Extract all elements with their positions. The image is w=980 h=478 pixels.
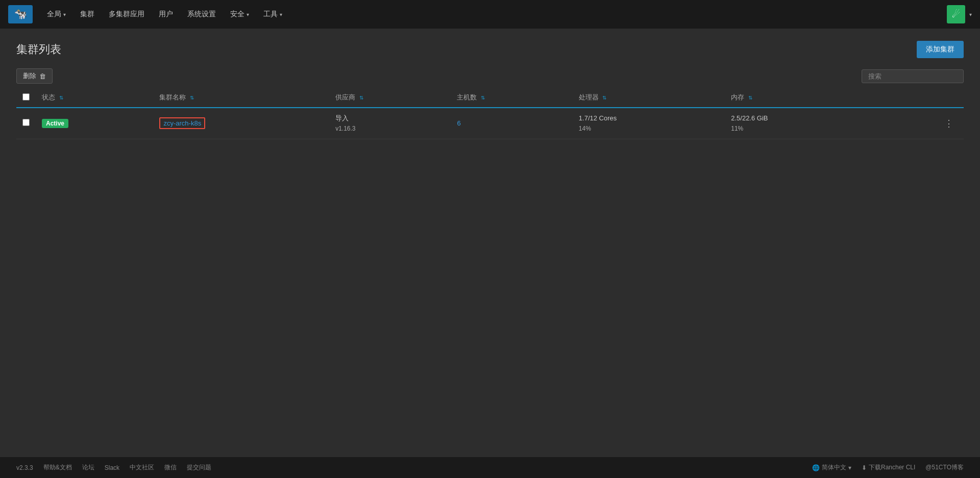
col-status[interactable]: 状态 ⇅ <box>36 88 153 108</box>
sort-icon: ⇅ <box>748 95 752 100</box>
footer-link-wechat[interactable]: 微信 <box>164 463 177 472</box>
host-count[interactable]: 6 <box>457 119 460 127</box>
footer-link-slack[interactable]: Slack <box>105 464 119 471</box>
memory-percent: 11% <box>731 124 868 134</box>
host-count-cell: 6 <box>451 108 572 139</box>
delete-button[interactable]: 删除 🗑 <box>16 68 53 84</box>
avatar-chevron-icon[interactable]: ▾ <box>969 12 972 17</box>
footer-link-help[interactable]: 帮助&文档 <box>43 463 72 472</box>
nav-cluster[interactable]: 集群 <box>74 6 101 23</box>
navbar-menu: 全局 ▾ 集群 多集群应用 用户 系统设置 安全 ▾ 工具 ▾ <box>41 6 947 23</box>
cluster-name-link[interactable]: zcy-arch-k8s <box>163 119 201 127</box>
footer-link-forum[interactable]: 论坛 <box>82 463 94 472</box>
nav-tools[interactable]: 工具 ▾ <box>257 6 288 23</box>
provider-version: v1.16.3 <box>335 124 445 134</box>
col-hosts[interactable]: 主机数 ⇅ <box>451 88 572 108</box>
svg-text:🐄: 🐄 <box>14 8 27 20</box>
search-input[interactable] <box>862 69 964 83</box>
provider-cell: 导入 v1.16.3 <box>329 108 451 139</box>
footer: v2.3.3 帮助&文档 论坛 Slack 中文社区 微信 提交问题 🌐 简体中… <box>0 457 980 478</box>
select-all-col <box>16 88 36 108</box>
memory-usage: 2.5/22.6 GiB <box>731 113 868 124</box>
footer-left: v2.3.3 帮助&文档 论坛 Slack 中文社区 微信 提交问题 <box>16 463 211 472</box>
row-actions-button[interactable]: ⋮ <box>940 116 958 131</box>
col-provider[interactable]: 供应商 ⇅ <box>329 88 451 108</box>
chevron-down-icon: ▾ <box>848 464 851 471</box>
nav-multicluster[interactable]: 多集群应用 <box>103 6 151 23</box>
footer-link-issues[interactable]: 提交问题 <box>187 463 211 472</box>
cpu-percent: 14% <box>579 124 719 134</box>
select-all-checkbox[interactable] <box>22 93 30 100</box>
memory-cell: 2.5/22.6 GiB 11% <box>725 108 874 139</box>
col-cpu[interactable]: 处理器 ⇅ <box>573 88 725 108</box>
nav-security[interactable]: 安全 ▾ <box>224 6 255 23</box>
page-title: 集群列表 <box>16 42 61 57</box>
version-label: v2.3.3 <box>16 464 33 471</box>
sort-icon: ⇅ <box>602 95 606 100</box>
page-header: 集群列表 添加集群 <box>16 41 964 58</box>
cluster-table: 状态 ⇅ 集群名称 ⇅ 供应商 ⇅ 主机数 ⇅ 处理器 ⇅ <box>16 88 964 139</box>
chevron-down-icon: ▾ <box>247 12 249 17</box>
nav-users[interactable]: 用户 <box>153 6 179 23</box>
table-header-row: 状态 ⇅ 集群名称 ⇅ 供应商 ⇅ 主机数 ⇅ 处理器 ⇅ <box>16 88 964 108</box>
sort-icon: ⇅ <box>59 95 63 100</box>
chevron-down-icon: ▾ <box>280 12 282 17</box>
sort-icon: ⇅ <box>190 95 194 100</box>
logo[interactable]: 🐄 <box>8 5 33 23</box>
cluster-name-cell: zcy-arch-k8s <box>153 108 329 139</box>
brand-text: @51CTO博客 <box>925 463 964 472</box>
download-icon: ⬇ <box>862 464 867 471</box>
col-name[interactable]: 集群名称 ⇅ <box>153 88 329 108</box>
globe-icon: 🌐 <box>812 464 820 471</box>
footer-right: 🌐 简体中文 ▾ ⬇ 下载Rancher CLI @51CTO博客 <box>812 463 964 472</box>
chevron-down-icon: ▾ <box>63 12 66 17</box>
main-content: 集群列表 添加集群 删除 🗑 状态 ⇅ 集群名称 ⇅ <box>0 29 980 457</box>
provider-name: 导入 <box>335 113 445 124</box>
add-cluster-button[interactable]: 添加集群 <box>917 41 964 58</box>
col-memory[interactable]: 内存 ⇅ <box>725 88 874 108</box>
user-avatar[interactable]: ☄ <box>947 5 965 23</box>
sort-icon: ⇅ <box>481 95 485 100</box>
trash-icon: 🗑 <box>39 72 46 80</box>
status-badge: Active <box>42 119 68 128</box>
actions-cell: ⋮ <box>874 108 964 139</box>
col-actions <box>874 88 964 108</box>
toolbar: 删除 🗑 <box>16 68 964 84</box>
download-cli[interactable]: ⬇ 下载Rancher CLI <box>862 463 915 472</box>
table-row: Active zcy-arch-k8s 导入 v1.16.3 6 1.7/12 … <box>16 108 964 139</box>
footer-link-community[interactable]: 中文社区 <box>130 463 154 472</box>
cpu-cell: 1.7/12 Cores 14% <box>573 108 725 139</box>
navbar: 🐄 全局 ▾ 集群 多集群应用 用户 系统设置 安全 ▾ 工具 ▾ ☄ <box>0 0 980 29</box>
sort-icon: ⇅ <box>359 95 363 100</box>
row-checkbox-cell <box>16 108 36 139</box>
language-selector[interactable]: 🌐 简体中文 ▾ <box>812 463 851 472</box>
row-checkbox[interactable] <box>22 119 30 126</box>
nav-global[interactable]: 全局 ▾ <box>41 6 72 23</box>
nav-settings[interactable]: 系统设置 <box>181 6 222 23</box>
cpu-usage: 1.7/12 Cores <box>579 113 719 124</box>
status-cell: Active <box>36 108 153 139</box>
navbar-right: ☄ ▾ <box>947 5 972 23</box>
